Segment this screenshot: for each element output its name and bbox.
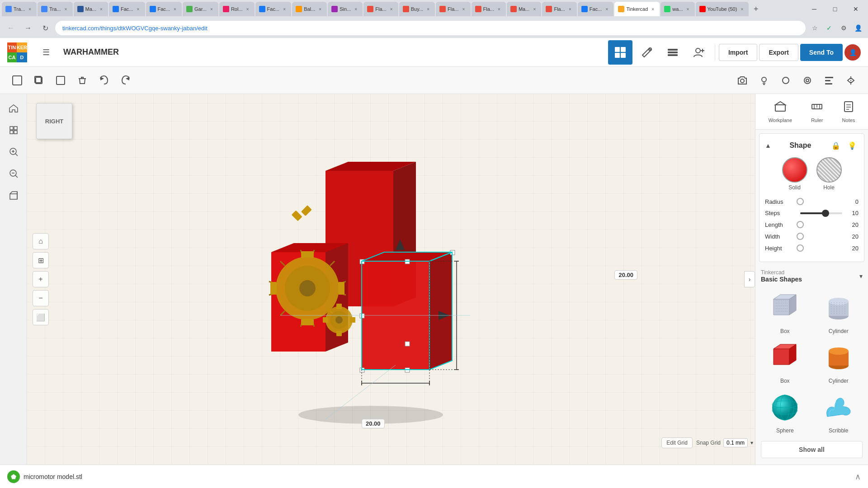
undo-button[interactable] (94, 70, 114, 90)
tab-15[interactable]: Ma... × (507, 2, 541, 16)
zoom-out-button[interactable] (5, 164, 23, 183)
tab-16[interactable]: Fla... × (542, 2, 576, 16)
perspective-button[interactable] (5, 186, 23, 204)
tab-close-15[interactable]: × (531, 6, 538, 12)
forward-button[interactable]: → (21, 21, 35, 35)
tab-20[interactable]: YouTube (50) × (696, 2, 749, 16)
menu-button[interactable]: ☰ (36, 42, 56, 62)
profile-icon[interactable]: 👤 (852, 22, 864, 34)
shape-item-scribble[interactable]: Scribble (815, 389, 863, 434)
light-button[interactable]: 💡 (846, 139, 859, 152)
canvas-area[interactable]: RIGHT ⌂ ⊞ + − ⬜ (27, 94, 755, 465)
maximize-button[interactable]: □ (825, 0, 845, 18)
address-input[interactable]: tinkercad.com/things/dtkWOGVCgqe-swanky-… (55, 21, 806, 35)
view-cube[interactable]: RIGHT (36, 103, 77, 144)
ruler-button[interactable]: Ruler (806, 98, 828, 126)
tab-3[interactable]: Ma... × (74, 2, 108, 16)
length-radio[interactable] (797, 221, 804, 228)
mirror-button[interactable] (841, 70, 861, 90)
layers-button[interactable] (660, 40, 685, 65)
shape-button[interactable] (776, 70, 796, 90)
tab-1[interactable]: Tra... × (2, 2, 37, 16)
snap-grid-value[interactable]: 0.1 mm (723, 438, 748, 447)
new-tab-button[interactable]: + (750, 3, 762, 15)
workplane-button[interactable]: Workplane (764, 98, 797, 126)
notes-button[interactable]: Notes (838, 98, 860, 126)
tab-close-18[interactable]: × (650, 6, 656, 12)
tab-close-12[interactable]: × (425, 6, 431, 12)
minimize-button[interactable]: ─ (804, 0, 825, 18)
tab-close-7[interactable]: × (245, 6, 251, 12)
new-shape-button[interactable] (7, 70, 27, 90)
collapse-icon[interactable]: ▲ (765, 142, 771, 149)
copy-button[interactable] (29, 70, 49, 90)
import-button[interactable]: Import (719, 44, 758, 61)
light-bulb-button[interactable] (754, 70, 774, 90)
tab-19[interactable]: wa... × (660, 2, 694, 16)
solid-option[interactable]: Solid (782, 157, 807, 191)
tab-10[interactable]: Sin... × (328, 2, 363, 16)
shape-item-sphere[interactable]: Sphere (761, 389, 809, 434)
tab-9[interactable]: Bal... × (292, 2, 327, 16)
height-radio[interactable] (797, 244, 804, 252)
back-button[interactable]: ← (4, 21, 18, 35)
tab-close-20[interactable]: × (739, 6, 745, 12)
tab-close-9[interactable]: × (317, 6, 323, 12)
tab-close-13[interactable]: × (461, 6, 467, 12)
tab-close-5[interactable]: × (172, 6, 178, 12)
close-button[interactable]: ✕ (845, 0, 866, 18)
shape-item-cylinder-orange[interactable]: Cylinder (815, 340, 863, 384)
checkmark-icon[interactable]: ✓ (823, 22, 835, 34)
grid-view-button[interactable] (608, 40, 632, 65)
lock-button[interactable]: 🔒 (830, 139, 842, 152)
camera-button[interactable] (732, 70, 752, 90)
steps-slider[interactable] (800, 212, 842, 214)
view-ctrl-perspective[interactable]: ⬜ (33, 309, 49, 325)
view-ctrl-zoom-out[interactable]: − (33, 290, 49, 306)
user-avatar[interactable]: 👤 (844, 44, 861, 61)
tab-14[interactable]: Fla... × (472, 2, 506, 16)
tab-close-4[interactable]: × (135, 6, 142, 12)
panel-collapse-button[interactable]: › (744, 271, 755, 287)
hole-option[interactable]: Hole (816, 157, 842, 191)
tab-close-19[interactable]: × (685, 6, 691, 12)
tab-6[interactable]: Gar... × (183, 2, 218, 16)
tab-close-6[interactable]: × (208, 6, 215, 12)
width-radio[interactable] (797, 233, 804, 240)
tab-close-11[interactable]: × (388, 6, 395, 12)
tab-close-1[interactable]: × (27, 6, 33, 12)
paste-button[interactable] (51, 70, 71, 90)
edit-grid-button[interactable]: Edit Grid (661, 437, 693, 448)
tab-close-2[interactable]: × (63, 6, 69, 12)
tab-close-10[interactable]: × (353, 6, 359, 12)
tab-7[interactable]: Rol... × (219, 2, 255, 16)
delete-button[interactable] (72, 70, 92, 90)
tab-8[interactable]: Fac... × (255, 2, 292, 16)
tab-5[interactable]: Fac... × (146, 2, 182, 16)
tab-close-3[interactable]: × (98, 6, 104, 12)
tools-button[interactable] (634, 40, 659, 65)
add-user-button[interactable] (687, 40, 711, 65)
tab-11[interactable]: Fla... × (363, 2, 398, 16)
send-to-button[interactable]: Send To (800, 44, 843, 61)
tab-4[interactable]: Fac... × (109, 2, 145, 16)
tab-close-14[interactable]: × (496, 6, 502, 12)
tab-close-8[interactable]: × (281, 6, 288, 12)
refresh-button[interactable]: ↻ (38, 21, 52, 35)
tab-13[interactable]: Fla... × (436, 2, 470, 16)
zoom-in-button[interactable] (5, 143, 23, 161)
radius-radio[interactable] (797, 198, 804, 205)
snap-dropdown-icon[interactable]: ▾ (750, 440, 753, 446)
group-button[interactable] (797, 70, 817, 90)
home-button[interactable] (5, 99, 23, 117)
bookmark-icon[interactable]: ☆ (808, 22, 821, 34)
align-button[interactable] (819, 70, 839, 90)
tab-close-16[interactable]: × (567, 6, 573, 12)
shapes-dropdown-button[interactable]: ▾ (859, 272, 863, 280)
tab-18-active[interactable]: Tinkercad × (614, 2, 660, 16)
bottom-expand-button[interactable]: ∧ (855, 472, 861, 482)
redo-button[interactable] (116, 70, 136, 90)
extensions-icon[interactable]: ⚙ (837, 22, 850, 34)
tab-close-17[interactable]: × (604, 6, 610, 12)
tab-17[interactable]: Fac... × (578, 2, 614, 16)
